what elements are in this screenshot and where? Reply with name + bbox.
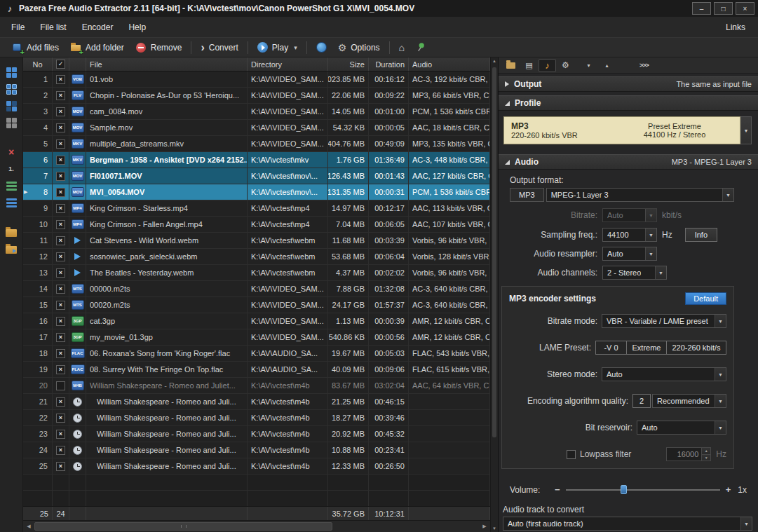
quality-select[interactable]: Recommended ▼ bbox=[652, 394, 726, 408]
add-files-button[interactable]: + Add files bbox=[6, 40, 65, 55]
remove-button[interactable]: Remove bbox=[130, 40, 188, 55]
spin-up-icon[interactable]: ▲ bbox=[702, 448, 710, 455]
audio-track-select[interactable]: Auto (first audio track) ▼ bbox=[503, 517, 752, 531]
profile-selector[interactable]: MP3 220-260 kbit/s VBR Preset Extreme 44… bbox=[503, 116, 752, 144]
table-row[interactable]: 6×MKVBergman - 1958 - Ansiktet [DVD x264… bbox=[23, 152, 490, 168]
header-no[interactable]: No bbox=[23, 57, 53, 71]
select-all-checkbox[interactable]: ✓ bbox=[56, 60, 65, 69]
minimize-button[interactable]: – bbox=[692, 2, 711, 15]
row-checkbox[interactable]: × bbox=[56, 365, 65, 374]
row-checkbox[interactable]: × bbox=[56, 91, 65, 100]
play-button[interactable]: Play ▾ bbox=[252, 40, 303, 55]
row-checkbox[interactable]: × bbox=[56, 107, 65, 116]
row-checkbox[interactable]: × bbox=[56, 123, 65, 132]
bit-reservoir-select[interactable]: Auto ▼ bbox=[637, 421, 726, 435]
horizontal-scroll-thumb[interactable] bbox=[34, 522, 332, 531]
row-checkbox[interactable] bbox=[56, 381, 65, 390]
volume-plus-icon[interactable]: + bbox=[722, 484, 736, 495]
row-checkbox[interactable]: × bbox=[56, 188, 65, 197]
scroll-left-icon[interactable]: ◀ bbox=[23, 524, 34, 529]
renumber-list-button[interactable]: 1. bbox=[3, 161, 20, 177]
row-checkbox[interactable]: × bbox=[56, 317, 65, 326]
row-checkbox[interactable]: × bbox=[56, 204, 65, 213]
table-row[interactable]: 20M4BWilliam Shakespeare - Romeo and Jul… bbox=[23, 378, 490, 394]
profile-dropdown-arrow[interactable]: ▼ bbox=[740, 116, 752, 144]
vertical-scroll-thumb[interactable] bbox=[492, 67, 496, 437]
row-checkbox[interactable]: × bbox=[56, 285, 65, 294]
more-panels-button[interactable]: >>> bbox=[635, 59, 654, 72]
row-checkbox[interactable]: × bbox=[56, 301, 65, 310]
converter-info-button[interactable] bbox=[311, 40, 332, 55]
table-row[interactable]: 4×MOVSample.movK:\AV\VIDEO_SAM...54.32 K… bbox=[23, 120, 490, 136]
open-source-folder-button[interactable] bbox=[3, 224, 20, 240]
chevron-down-icon[interactable]: ▾ bbox=[294, 44, 297, 51]
menu-help[interactable]: Help bbox=[128, 22, 146, 32]
add-folder-button[interactable]: + Add folder bbox=[65, 40, 130, 55]
scroll-up-icon[interactable]: ▲ bbox=[491, 59, 498, 63]
table-row[interactable]: 18×FLAC06. Roxana's Song from 'King Roge… bbox=[23, 346, 490, 362]
open-output-folder-button[interactable] bbox=[3, 241, 20, 257]
table-row[interactable]: 24×William Shakespeare - Romeo and Juli.… bbox=[23, 442, 490, 458]
volume-slider[interactable] bbox=[564, 484, 722, 495]
table-row[interactable]: 23×William Shakespeare - Romeo and Juli.… bbox=[23, 426, 490, 442]
format-select[interactable]: MPEG-1 Layer 3 ▼ bbox=[546, 188, 734, 202]
table-row[interactable]: 15×MTS00020.m2tsK:\AV\VIDEO_SAM...24.17 … bbox=[23, 297, 490, 313]
row-checkbox[interactable]: × bbox=[56, 236, 65, 245]
maximize-button[interactable]: □ bbox=[714, 2, 733, 15]
home-button[interactable]: ⌂ bbox=[393, 40, 410, 55]
channels-select[interactable]: 2 - Stereo ▼ bbox=[602, 266, 667, 280]
row-checkbox[interactable]: × bbox=[56, 462, 65, 471]
header-directory[interactable]: Directory bbox=[248, 57, 328, 71]
row-checkbox[interactable]: × bbox=[56, 446, 65, 455]
settings-tab[interactable]: ⚙ bbox=[557, 59, 574, 72]
menu-file-list[interactable]: File list bbox=[40, 22, 66, 32]
table-row[interactable]: 17×3GPmy_movie_01.3gpK:\AV\VIDEO_SAM...5… bbox=[23, 329, 490, 346]
table-row[interactable]: 10×MP4King Crimson - Fallen Angel.mp4K:\… bbox=[23, 217, 490, 233]
header-file[interactable]: File bbox=[86, 57, 248, 71]
quality-value-box[interactable]: 2 bbox=[632, 394, 651, 408]
volume-minus-icon[interactable]: − bbox=[550, 484, 564, 495]
info-button[interactable]: Info bbox=[685, 228, 717, 242]
row-checkbox[interactable]: × bbox=[56, 139, 65, 149]
table-row[interactable]: 11×Cat Stevens - Wild World.webmK:\AV\vc… bbox=[23, 233, 490, 249]
list-tab[interactable]: ▤ bbox=[520, 59, 538, 72]
audio-tab[interactable]: ♪ bbox=[539, 59, 556, 72]
table-row[interactable]: 13×The Beatles - Yesterday.webmK:\AV\vct… bbox=[23, 265, 490, 281]
table-row[interactable]: 7×MOVFI010071.MOVK:\AV\vctest\mov\...126… bbox=[23, 168, 490, 184]
collapse-sections-button[interactable]: ▴ bbox=[598, 59, 616, 72]
row-checkbox[interactable]: × bbox=[56, 220, 65, 229]
table-row[interactable]: 9×MP4King Crimson - Starless.mp4K:\AV\vc… bbox=[23, 200, 490, 217]
bitrate-mode-select[interactable]: VBR - Variable / LAME preset ▼ bbox=[602, 314, 726, 328]
spin-down-icon[interactable]: ▼ bbox=[702, 455, 710, 461]
table-row[interactable]: 14×MTS00000.m2tsK:\AV\VIDEO_SAM...7.88 G… bbox=[23, 281, 490, 297]
row-checkbox[interactable]: × bbox=[56, 172, 65, 181]
profile-section-header[interactable]: Profile bbox=[499, 95, 758, 111]
horizontal-scrollbar[interactable]: ◀ ▶ bbox=[23, 520, 490, 532]
file-info-button[interactable] bbox=[3, 178, 20, 193]
scroll-right-icon[interactable]: ▶ bbox=[479, 524, 490, 529]
default-button[interactable]: Default bbox=[685, 292, 726, 305]
convert-button[interactable]: › Convert bbox=[195, 41, 243, 55]
audio-section-header[interactable]: Audio MP3 - MPEG-1 Layer 3 bbox=[499, 154, 758, 170]
horizontal-scroll-track[interactable] bbox=[34, 521, 479, 532]
menu-links[interactable]: Links bbox=[726, 22, 745, 32]
lowpass-checkbox[interactable] bbox=[567, 450, 576, 459]
table-row[interactable]: 16×3GPcat.3gpK:\AV\VIDEO_SAM...1.13 MB00… bbox=[23, 313, 490, 329]
table-row[interactable]: 5×MKVmultiple_data_streams.mkvK:\AV\VIDE… bbox=[23, 136, 490, 152]
options-button[interactable]: ⚙ Options bbox=[332, 40, 386, 55]
output-tab[interactable] bbox=[502, 59, 520, 72]
expand-sections-button[interactable]: ▾ bbox=[580, 59, 597, 72]
header-size[interactable]: Size bbox=[328, 57, 369, 71]
select-all-button[interactable] bbox=[3, 64, 20, 80]
table-row[interactable]: 19×FLAC08. Surrey With The Fringe On Top… bbox=[23, 362, 490, 378]
table-row[interactable]: 1×VOB01.vobK:\AV\VIDEO_SAM...1023.85 MB0… bbox=[23, 71, 490, 88]
lame-preset-bitrate[interactable]: 220-260 kbit/s bbox=[666, 341, 726, 355]
row-checkbox[interactable]: × bbox=[56, 349, 65, 358]
header-duration[interactable]: Duration bbox=[369, 57, 409, 71]
sampling-select[interactable]: 44100 ▼ bbox=[602, 228, 657, 242]
table-row[interactable]: 22×William Shakespeare - Romeo and Juli.… bbox=[23, 410, 490, 426]
uncheck-all-button[interactable] bbox=[3, 115, 20, 130]
volume-slider-thumb[interactable] bbox=[621, 485, 627, 494]
row-checkbox[interactable]: × bbox=[56, 397, 65, 407]
lowpass-frequency-spinner[interactable]: 16000 ▲▼ bbox=[666, 447, 711, 461]
